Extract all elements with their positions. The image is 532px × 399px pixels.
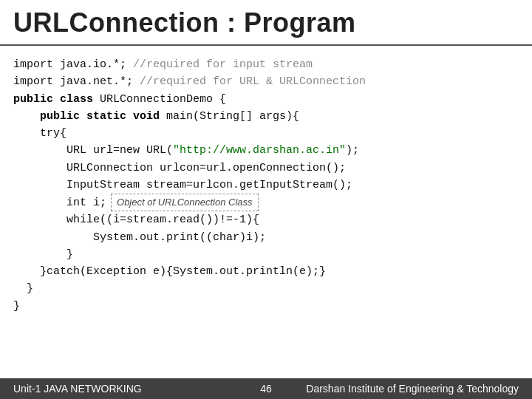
code-line: }: [13, 280, 519, 297]
title-area: URLConnection : Program: [0, 0, 532, 46]
page-title: URLConnection : Program: [13, 7, 519, 38]
code-line: }: [13, 246, 519, 263]
code-line: public static void main(String[] args){: [13, 108, 519, 125]
code-line: InputStream stream=urlcon.getInputStream…: [13, 177, 519, 194]
code-line: import java.io.*; //required for input s…: [13, 56, 519, 73]
code-line: public class URLConnectionDemo {: [13, 91, 519, 108]
code-line: while((i=stream.read())!=-1){: [13, 211, 519, 228]
code-line: }: [13, 298, 519, 315]
code-area: import java.io.*; //required for input s…: [0, 46, 532, 322]
code-line: try{: [13, 125, 519, 142]
tooltip-box: Object of URLConnection Class: [111, 194, 259, 211]
code-line: }catch(Exception e){System.out.println(e…: [13, 263, 519, 280]
footer-right: Darshan Institute of Engineering & Techn…: [306, 383, 519, 395]
code-line: URLConnection urlcon=url.openConnection(…: [13, 160, 519, 177]
code-line: URL url=new URL("http://www.darshan.ac.i…: [13, 142, 519, 159]
footer: Unit-1 JAVA NETWORKING 46 Darshan Instit…: [0, 378, 532, 399]
code-line: int i;Object of URLConnection Class: [13, 194, 519, 211]
footer-left: Unit-1 JAVA NETWORKING: [13, 383, 142, 395]
footer-center: 46: [260, 383, 272, 395]
code-line: System.out.print((char)i);: [13, 229, 519, 246]
code-line: import java.net.*; //required for URL & …: [13, 73, 519, 90]
